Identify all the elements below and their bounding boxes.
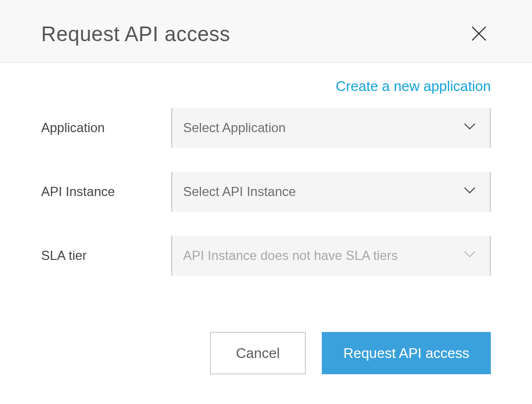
close-icon [471,26,486,43]
api-instance-row: API Instance Select API Instance [41,172,491,212]
api-instance-select-wrap: Select API Instance [171,172,491,212]
application-select-wrap: Select Application [171,108,491,148]
create-application-link[interactable]: Create a new application [336,78,491,95]
api-instance-select-placeholder: Select API Instance [183,184,296,199]
application-select-placeholder: Select Application [183,120,286,135]
application-row: Application Select Application [41,108,491,148]
sla-tier-row: SLA tier API Instance does not have SLA … [41,236,491,276]
sla-tier-select-placeholder: API Instance does not have SLA tiers [183,248,398,263]
sla-tier-select-wrap: API Instance does not have SLA tiers [171,236,491,276]
dialog-body: Create a new application Application Sel… [0,63,532,276]
application-label: Application [41,120,171,135]
dialog-header: Request API access [0,0,532,63]
request-api-access-dialog: Request API access Create a new applicat… [0,0,532,396]
application-select[interactable]: Select Application [171,108,491,148]
sla-tier-label: SLA tier [41,248,171,263]
cancel-button[interactable]: Cancel [210,332,306,374]
dialog-title: Request API access [41,23,230,46]
api-instance-label: API Instance [41,184,171,199]
close-button[interactable] [467,22,491,47]
dialog-footer: Cancel Request API access [0,299,532,396]
sla-tier-select: API Instance does not have SLA tiers [171,236,491,276]
api-instance-select[interactable]: Select API Instance [171,172,491,212]
create-application-row: Create a new application [41,78,491,95]
request-api-access-button[interactable]: Request API access [322,332,491,374]
